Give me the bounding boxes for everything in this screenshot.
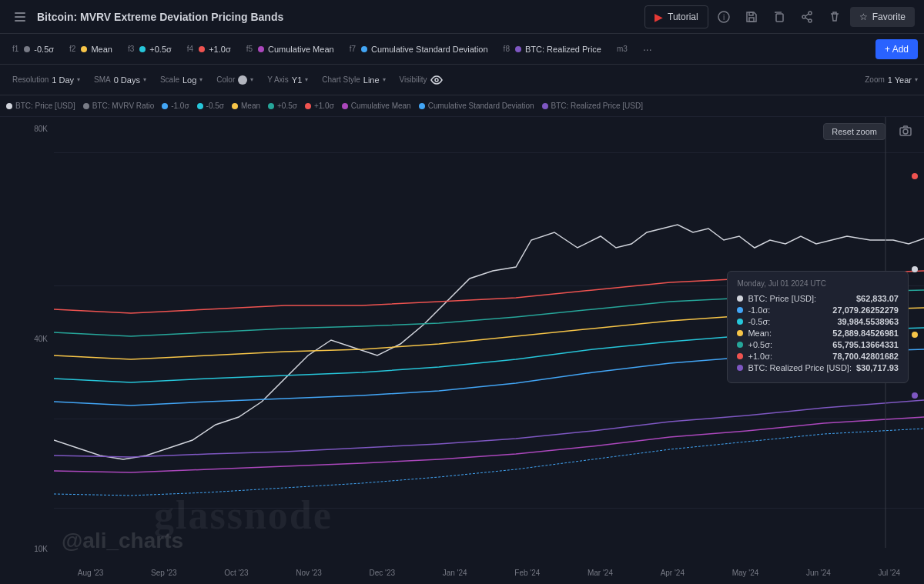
tooltip-dot (737, 330, 743, 336)
legend-item-realized: BTC: Realized Price [USD] (542, 102, 643, 110)
legend-dot (6, 103, 12, 109)
chart-style-control[interactable]: Chart Style Line ▾ (316, 72, 391, 88)
info-button[interactable]: i (711, 5, 736, 29)
add-button[interactable]: + Add (875, 39, 918, 59)
x-label: Feb '24 (514, 569, 540, 577)
reset-zoom-button[interactable]: Reset zoom (823, 123, 886, 140)
top-bar: Bitcoin: MVRV Extreme Deviation Pricing … (0, 0, 924, 34)
legend-dot (83, 103, 89, 109)
favorite-button[interactable]: ☆ Favorite (850, 7, 915, 27)
chevron-down-icon: ▾ (250, 76, 253, 83)
tooltip: Monday, Jul 01 2024 UTC BTC: Price [USD]… (727, 271, 909, 383)
tooltip-dot (737, 307, 743, 313)
cum-mean-line (54, 417, 924, 472)
filter-dot (515, 46, 521, 52)
sidebar-toggle[interactable] (9, 6, 31, 28)
filter-tag-f7[interactable]: f7 Cumulative Standard Deviation (343, 42, 494, 57)
svg-text:i: i (723, 13, 725, 22)
tooltip-date: Monday, Jul 01 2024 UTC (737, 279, 899, 288)
x-label: Dec '23 (370, 569, 396, 577)
x-label: Aug '23 (78, 569, 104, 577)
x-label: Sep '23 (151, 569, 177, 577)
save-button[interactable] (739, 5, 764, 29)
legend-item-neg05: -0.5σ (197, 102, 224, 110)
chevron-down-icon: ▾ (305, 76, 308, 83)
visibility-control[interactable]: Visibility (393, 72, 449, 88)
endpoint-pos1 (912, 173, 918, 179)
legend-dot (342, 103, 348, 109)
youtube-icon: ▶ (654, 11, 663, 23)
tooltip-row-realized: BTC: Realized Price [USD]: $30,717.93 (737, 363, 899, 372)
filter-tag-f4[interactable]: f4 +1.0σ (181, 42, 237, 57)
tutorial-button[interactable]: ▶ Tutorial (644, 5, 708, 28)
x-label: May '24 (732, 569, 759, 577)
filter-tag-f1[interactable]: f1 -0.5σ (6, 42, 60, 57)
copy-button[interactable] (767, 5, 792, 29)
legend-item-pos05: +0.5σ (268, 102, 297, 110)
legend-dot (268, 103, 274, 109)
filter-tag-f2[interactable]: f2 Mean (63, 42, 119, 57)
star-icon: ☆ (859, 12, 868, 22)
legend-dot (162, 103, 168, 109)
legend-item-btc-price: BTC: Price [USD] (6, 102, 75, 110)
endpoint-realized (912, 392, 918, 399)
sma-control[interactable]: SMA 0 Days ▾ (88, 72, 152, 88)
endpoint-mean (912, 332, 918, 338)
chart-area: BTC: Price [USD] BTC: MVRV Ratio -1.0σ -… (0, 95, 924, 584)
resolution-control[interactable]: Resolution 1 Day ▾ (6, 72, 86, 88)
svg-point-8 (808, 12, 812, 15)
tooltip-dot (737, 319, 743, 325)
tooltip-dot (737, 353, 743, 359)
legend-item-cum-mean: Cumulative Mean (342, 102, 411, 110)
eye-icon (430, 75, 443, 85)
realized-price-line (54, 400, 924, 457)
svg-rect-6 (749, 12, 753, 15)
x-label: Apr '24 (661, 569, 685, 577)
y-axis-control[interactable]: Y Axis Y1 ▾ (261, 72, 314, 88)
filter-tag-f3[interactable]: f3 +0.5σ (122, 42, 178, 57)
tooltip-dot (737, 342, 743, 348)
y-label-10k: 10K (6, 545, 48, 553)
legend-dot (197, 103, 203, 109)
legend-dot (232, 103, 238, 109)
share-button[interactable] (795, 5, 819, 29)
tooltip-row-neg05: -0.5σ: 39,984.5538963 (737, 317, 899, 326)
camera-icon[interactable] (895, 120, 916, 142)
x-label: Jan '24 (443, 569, 467, 577)
svg-point-9 (802, 15, 805, 18)
legend-item-neg1: -1.0σ (162, 102, 189, 110)
x-label: Jun '24 (806, 569, 831, 577)
tooltip-dot (737, 295, 743, 302)
filter-dot (81, 46, 87, 52)
delete-button[interactable] (822, 5, 847, 29)
filter-dot (24, 46, 30, 52)
filter-more-button[interactable]: ··· (638, 40, 657, 58)
legend-bar: BTC: Price [USD] BTC: MVRV Ratio -1.0σ -… (0, 95, 924, 117)
y-axis: 80K 40K 10K (0, 117, 54, 561)
filter-tag-f5[interactable]: f5 Cumulative Mean (240, 42, 340, 57)
svg-point-10 (808, 19, 812, 22)
svg-rect-5 (749, 18, 754, 22)
filter-tag-f8[interactable]: f8 BTC: Realized Price (497, 42, 608, 57)
controls-bar: Resolution 1 Day ▾ SMA 0 Days ▾ Scale Lo… (0, 65, 924, 95)
cum-std-line (54, 429, 924, 496)
legend-dot (542, 103, 548, 109)
legend-item-pos1: +1.0σ (305, 102, 334, 110)
x-label: Nov '23 (296, 569, 322, 577)
color-control[interactable]: Color ▾ (210, 72, 259, 88)
scale-control[interactable]: Scale Log ▾ (154, 72, 209, 88)
legend-item-cum-std: Cumulative Standard Deviation (419, 102, 534, 110)
endpoint-btc (912, 266, 918, 272)
chevron-down-icon: ▾ (199, 76, 203, 83)
filter-dot (361, 46, 367, 52)
filter-dot (199, 46, 205, 52)
chart-title: Bitcoin: MVRV Extreme Deviation Pricing … (37, 11, 638, 23)
tooltip-row-btc: BTC: Price [USD]: $62,833.07 (737, 294, 899, 303)
filter-tag-m3[interactable]: m3 (611, 42, 635, 56)
x-axis: Aug '23 Sep '23 Oct '23 Nov '23 Dec '23 … (54, 561, 924, 584)
chevron-down-icon: ▾ (143, 76, 146, 83)
svg-rect-1 (15, 16, 25, 18)
chevron-down-icon: ▾ (915, 76, 918, 83)
tooltip-row-neg1: -1.0σ: 27,079.26252279 (737, 305, 899, 315)
color-swatch (238, 75, 247, 85)
